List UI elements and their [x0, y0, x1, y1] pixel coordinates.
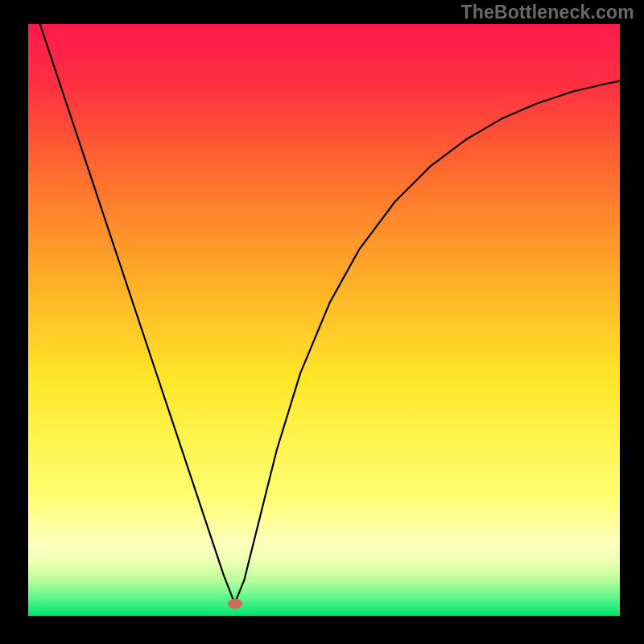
curve-line: [28, 24, 620, 616]
watermark-text: TheBottleneck.com: [460, 2, 634, 23]
plot-area: [28, 24, 620, 616]
chart-frame: TheBottleneck.com: [0, 0, 644, 644]
minimum-marker: [228, 598, 242, 609]
